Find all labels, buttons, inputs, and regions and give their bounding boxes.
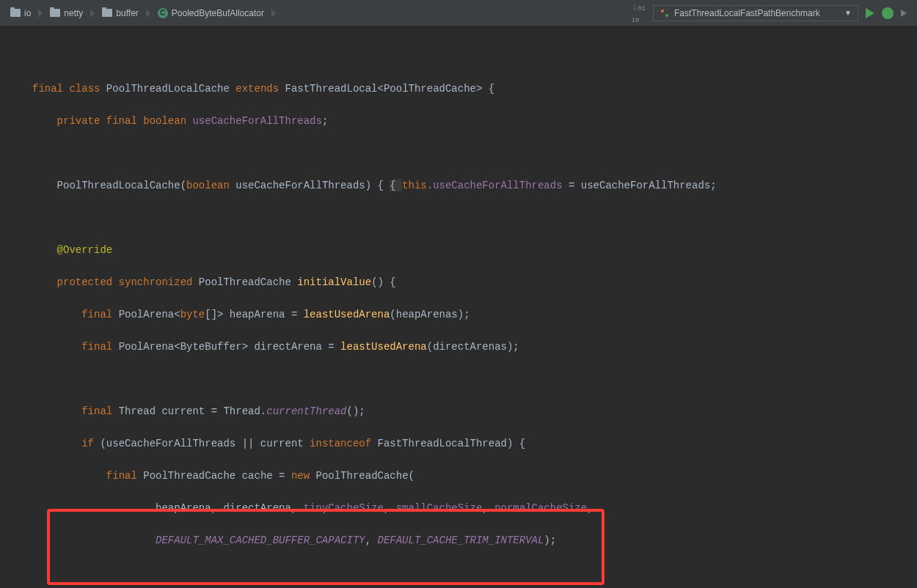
code-line[interactable]: final PoolThreadCache cache = new PoolTh… <box>0 468 917 484</box>
code-line[interactable]: PoolThreadLocalCache(boolean useCacheFor… <box>0 177 917 194</box>
run-config-icon <box>660 8 670 18</box>
code-line[interactable] <box>0 210 917 226</box>
chevron-right-icon <box>90 9 95 18</box>
breadcrumb-class[interactable]: C PooledByteBufAllocator <box>152 5 270 21</box>
breadcrumb-label: netty <box>64 8 83 18</box>
breadcrumb-label: buffer <box>116 8 138 18</box>
code-line[interactable] <box>0 371 917 387</box>
folder-icon <box>102 9 112 17</box>
breadcrumb-label: io <box>24 8 31 18</box>
class-icon: C <box>158 8 168 18</box>
breadcrumb-io[interactable]: io <box>4 5 37 21</box>
code-line[interactable]: heapArena, directArena, tinyCacheSize, s… <box>0 500 917 516</box>
code-line[interactable]: final PoolArena<byte[]> heapArena = leas… <box>0 306 917 323</box>
run-controls: ↓0110 FastThreadLocalFastPathBenchmark ▼ <box>632 1 913 25</box>
run-with-coverage-button[interactable] <box>901 10 907 17</box>
breadcrumb-buffer[interactable]: buffer <box>96 5 144 21</box>
folder-icon <box>10 9 21 17</box>
chevron-down-icon: ▼ <box>844 9 852 17</box>
run-button[interactable] <box>866 8 874 18</box>
chevron-right-icon <box>38 9 43 18</box>
debug-button[interactable] <box>882 7 894 19</box>
code-line[interactable] <box>0 565 917 581</box>
code-line[interactable]: final class PoolThreadLocalCache extends… <box>0 81 917 97</box>
folder-icon <box>50 9 60 17</box>
code-line[interactable]: protected synchronized PoolThreadCache i… <box>0 274 917 290</box>
run-config-name: FastThreadLocalFastPathBenchmark <box>674 8 820 18</box>
run-config-selector[interactable]: FastThreadLocalFastPathBenchmark ▼ <box>653 5 858 21</box>
breadcrumb-label: PooledByteBufAllocator <box>172 8 264 18</box>
code-line[interactable]: final Thread current = Thread.currentThr… <box>0 403 917 419</box>
build-icon[interactable]: ↓0110 <box>632 1 646 25</box>
code-editor[interactable]: final class PoolThreadLocalCache extends… <box>0 26 917 588</box>
breadcrumb: io netty buffer C PooledByteBufAllocator <box>4 5 632 21</box>
chevron-right-icon <box>271 9 276 18</box>
code-line[interactable]: @Override <box>0 242 917 258</box>
code-line[interactable]: if (useCacheForAllThreads || current ins… <box>0 436 917 452</box>
code-line[interactable]: final PoolArena<ByteBuffer> directArena … <box>0 339 917 355</box>
chevron-right-icon <box>146 9 150 18</box>
breadcrumb-netty[interactable]: netty <box>44 5 89 21</box>
code-line[interactable] <box>0 48 917 65</box>
navigation-toolbar: io netty buffer C PooledByteBufAllocator… <box>0 0 917 26</box>
code-line[interactable]: private final boolean useCacheForAllThre… <box>0 113 917 129</box>
code-line[interactable]: DEFAULT_MAX_CACHED_BUFFER_CAPACITY, DEFA… <box>0 532 917 548</box>
code-line[interactable] <box>0 145 917 161</box>
